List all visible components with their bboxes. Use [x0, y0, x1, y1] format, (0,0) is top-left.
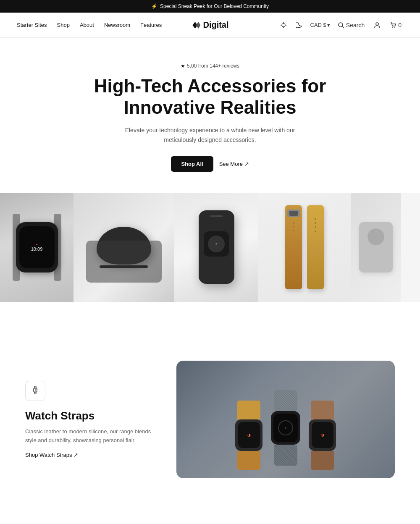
hero-headline: High-Tech Accessories for Innovative Rea…: [84, 76, 336, 118]
announcement-bar: ⚡ Special Sneak Peek for Our Beloved Com…: [0, 0, 420, 13]
watch-straps-title: Watch Straps: [25, 409, 151, 422]
watch-straps-description: Classic leather to modern silicone, our …: [25, 427, 151, 445]
rating-text: 5.00 from 144+ reviews: [187, 63, 239, 69]
section-spacer-1: [0, 302, 420, 335]
section-spacer-2: [0, 503, 420, 524]
nav-starter-sites[interactable]: Starter Sites: [17, 22, 47, 28]
gallery-item-phone-case[interactable]: ●: [174, 193, 258, 302]
star-icon: ★: [181, 63, 185, 69]
nav-features[interactable]: Features: [140, 22, 162, 28]
cart-count: 0: [398, 22, 402, 29]
svg-point-7: [376, 23, 378, 25]
search-button[interactable]: Search: [336, 20, 366, 30]
search-label: Search: [346, 22, 365, 29]
bolt-icon: ⚡: [151, 3, 158, 9]
product-gallery-strip: ● 10:09 ●: [0, 193, 420, 302]
svg-point-0: [282, 24, 285, 27]
gallery-item-strap[interactable]: [258, 193, 351, 302]
dark-mode-button[interactable]: [294, 20, 304, 30]
logo[interactable]: Digital: [191, 20, 228, 30]
svg-point-8: [392, 27, 393, 28]
currency-selector[interactable]: CAD $ ▾: [310, 22, 330, 28]
hero-cta-group: Shop All See More ↗: [17, 156, 403, 172]
watch-straps-image-content: ◑ ○ ◑: [176, 361, 395, 478]
logo-icon: [191, 21, 200, 30]
watch-straps-icon-wrap: [25, 381, 45, 401]
header-actions: CAD $ ▾ Search 0: [278, 20, 403, 30]
svg-point-9: [394, 27, 395, 28]
rating-bar: ★ 5.00 from 144+ reviews: [17, 63, 403, 69]
svg-line-6: [342, 26, 344, 28]
header: Starter Sites Shop About Newsroom Featur…: [0, 13, 420, 38]
watch-straps-link[interactable]: Shop Watch Straps ↗: [25, 452, 151, 458]
light-mode-button[interactable]: [278, 20, 289, 30]
currency-label: CAD $: [310, 22, 326, 28]
hero-section: ★ 5.00 from 144+ reviews High-Tech Acces…: [0, 38, 420, 189]
watch-straps-text: Watch Straps Classic leather to modern s…: [25, 381, 151, 458]
announcement-text: Special Sneak Peek for Our Beloved Commu…: [160, 3, 269, 9]
main-nav: Starter Sites Shop About Newsroom Featur…: [17, 22, 162, 28]
logo-text: Digital: [203, 20, 228, 30]
currency-chevron: ▾: [327, 22, 330, 28]
watch-straps-image[interactable]: ◑ ○ ◑: [176, 361, 395, 478]
shop-all-button[interactable]: Shop All: [171, 156, 213, 172]
nav-shop[interactable]: Shop: [57, 22, 70, 28]
watch-icon: [31, 385, 40, 397]
headline-line2: Innovative Realities: [124, 97, 297, 118]
headline-line1: High-Tech Accessories for: [94, 76, 326, 96]
gallery-item-mouse[interactable]: [74, 193, 174, 302]
watch-straps-section: Watch Straps Classic leather to modern s…: [0, 335, 420, 503]
svg-point-5: [339, 23, 343, 27]
gallery-item-watch[interactable]: ● 10:09: [0, 193, 74, 302]
gallery-item-stand[interactable]: [351, 193, 401, 302]
see-more-button[interactable]: See More ↗: [219, 161, 249, 167]
nav-newsroom[interactable]: Newsroom: [104, 22, 130, 28]
account-button[interactable]: [372, 20, 382, 30]
hero-description: Elevate your technology experience to a …: [118, 126, 302, 144]
cart-button[interactable]: 0: [388, 20, 403, 30]
nav-about[interactable]: About: [80, 22, 94, 28]
